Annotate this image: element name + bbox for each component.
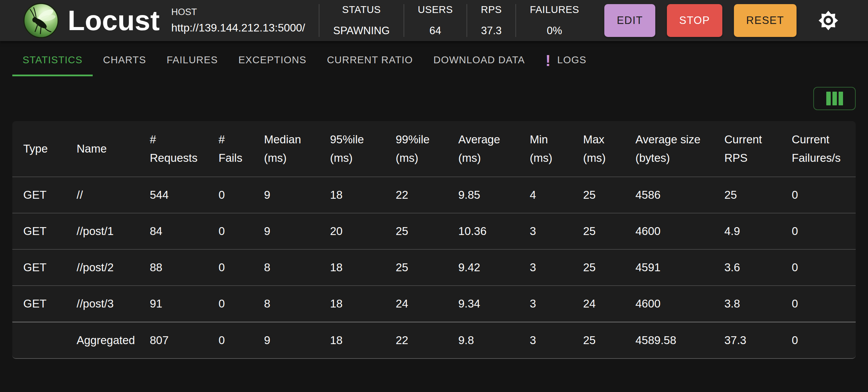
- table-cell: 3: [519, 213, 572, 249]
- tab-charts[interactable]: CHARTS: [93, 41, 156, 79]
- exclamation-badge-icon: !: [545, 53, 551, 68]
- table-cell: GET: [12, 213, 66, 249]
- table-cell: 22: [385, 322, 447, 358]
- table-cell: GET: [12, 249, 66, 286]
- table-cell: 9: [253, 322, 319, 358]
- table-cell: 9.34: [447, 286, 519, 322]
- table-cell: //post/3: [66, 286, 139, 322]
- table-cell: 0: [208, 322, 253, 358]
- tab-label: CURRENT RATIO: [327, 54, 413, 66]
- table-cell: 0: [208, 286, 253, 322]
- table-cell: 3.8: [713, 286, 781, 322]
- tab-logs[interactable]: ! LOGS: [535, 41, 597, 79]
- table-cell: 88: [139, 249, 208, 286]
- column-header-p95[interactable]: 95%ile(ms): [319, 121, 385, 177]
- column-header-p99[interactable]: 99%ile(ms): [385, 121, 447, 177]
- edit-button[interactable]: EDIT: [604, 4, 655, 37]
- statistics-table: TypeName#Requests#FailsMedian(ms)95%ile(…: [12, 121, 856, 358]
- table-row: GET//5440918229.854254586250: [12, 177, 856, 213]
- table-cell: 8: [253, 286, 319, 322]
- host-url: http://139.144.212.13:5000/: [171, 22, 305, 34]
- table-cell: Aggregated: [66, 322, 139, 358]
- tab-download-data[interactable]: DOWNLOAD DATA: [423, 41, 535, 79]
- brand-title[interactable]: Locust: [68, 6, 160, 35]
- stat-label: STATUS: [342, 4, 381, 15]
- table-cell: 0: [781, 249, 856, 286]
- column-header-median[interactable]: Median(ms): [253, 121, 319, 177]
- rps-stat: RPS 37.3: [466, 4, 515, 37]
- tab-label: CHARTS: [103, 54, 146, 66]
- table-cell: 0: [208, 249, 253, 286]
- table-cell: 25: [713, 177, 781, 213]
- table-row: GET//post/2880818259.4232545913.60: [12, 249, 856, 286]
- table-cell: 544: [139, 177, 208, 213]
- table-cell: 3: [519, 322, 572, 358]
- tab-label: STATISTICS: [23, 54, 82, 66]
- column-header-current-failures[interactable]: CurrentFailures/s: [781, 121, 856, 177]
- tab-label: DOWNLOAD DATA: [433, 54, 525, 66]
- table-cell: 0: [781, 286, 856, 322]
- table-cell: [12, 322, 66, 358]
- statistics-table-card: TypeName#Requests#FailsMedian(ms)95%ile(…: [12, 121, 856, 359]
- table-cell: 807: [139, 322, 208, 358]
- table-cell: 3.6: [713, 249, 781, 286]
- column-header-type[interactable]: Type: [12, 121, 66, 177]
- table-cell: 0: [781, 322, 856, 358]
- locust-logo-icon[interactable]: [23, 3, 59, 38]
- table-cell: 4591: [624, 249, 713, 286]
- gear-icon: [818, 10, 839, 31]
- table-cell: 25: [572, 322, 624, 358]
- status-stat: STATUS SPAWNING: [319, 4, 403, 37]
- column-header-average-size[interactable]: Average size(bytes): [624, 121, 713, 177]
- column-header-max[interactable]: Max(ms): [572, 121, 624, 177]
- table-cell: 22: [385, 177, 447, 213]
- column-header-requests[interactable]: #Requests: [139, 121, 208, 177]
- table-cell: 24: [385, 286, 447, 322]
- table-cell: 4: [519, 177, 572, 213]
- table-cell: 18: [319, 177, 385, 213]
- table-cell: 4600: [624, 213, 713, 249]
- tab-failures[interactable]: FAILURES: [156, 41, 228, 79]
- column-header-name[interactable]: Name: [66, 121, 139, 177]
- nav-tabs: STATISTICS CHARTS FAILURES EXCEPTIONS CU…: [0, 41, 868, 79]
- users-stat: USERS 64: [404, 4, 466, 37]
- table-cell: 4.9: [713, 213, 781, 249]
- stats-table-header-row: TypeName#Requests#FailsMedian(ms)95%ile(…: [12, 121, 856, 177]
- column-header-min[interactable]: Min(ms): [519, 121, 572, 177]
- column-header-current-rps[interactable]: CurrentRPS: [713, 121, 781, 177]
- table-row: GET//post/3910818249.3432446003.80: [12, 286, 856, 322]
- table-cell: 0: [781, 177, 856, 213]
- host-label: HOST: [171, 7, 305, 17]
- table-cell: 25: [572, 213, 624, 249]
- table-cell: 18: [319, 249, 385, 286]
- table-cell: GET: [12, 177, 66, 213]
- table-cell: 91: [139, 286, 208, 322]
- tab-label: LOGS: [557, 54, 586, 66]
- table-cell: 9: [253, 177, 319, 213]
- table-cell: 18: [319, 286, 385, 322]
- table-cell: 4600: [624, 286, 713, 322]
- app-header: Locust HOST http://139.144.212.13:5000/ …: [0, 0, 868, 41]
- table-cell: 9: [253, 213, 319, 249]
- settings-button[interactable]: [818, 10, 839, 31]
- column-header-fails[interactable]: #Fails: [208, 121, 253, 177]
- table-cell: //post/2: [66, 249, 139, 286]
- tab-current-ratio[interactable]: CURRENT RATIO: [317, 41, 423, 79]
- table-cell: 20: [319, 213, 385, 249]
- stop-button[interactable]: STOP: [667, 4, 722, 37]
- stats-table-body: GET//5440918229.854254586250GET//post/18…: [12, 177, 856, 358]
- table-cell: 9.8: [447, 322, 519, 358]
- tab-statistics[interactable]: STATISTICS: [12, 41, 93, 79]
- table-cell: 9.85: [447, 177, 519, 213]
- failures-value: 0%: [547, 25, 562, 37]
- table-cell: 4586: [624, 177, 713, 213]
- table-cell: //: [66, 177, 139, 213]
- table-cell: 0: [208, 177, 253, 213]
- tab-exceptions[interactable]: EXCEPTIONS: [228, 41, 317, 79]
- column-selector-button[interactable]: [813, 87, 856, 110]
- reset-button[interactable]: RESET: [734, 4, 797, 37]
- users-value: 64: [430, 25, 441, 37]
- table-cell: 25: [385, 213, 447, 249]
- table-cell: 84: [139, 213, 208, 249]
- column-header-average[interactable]: Average(ms): [447, 121, 519, 177]
